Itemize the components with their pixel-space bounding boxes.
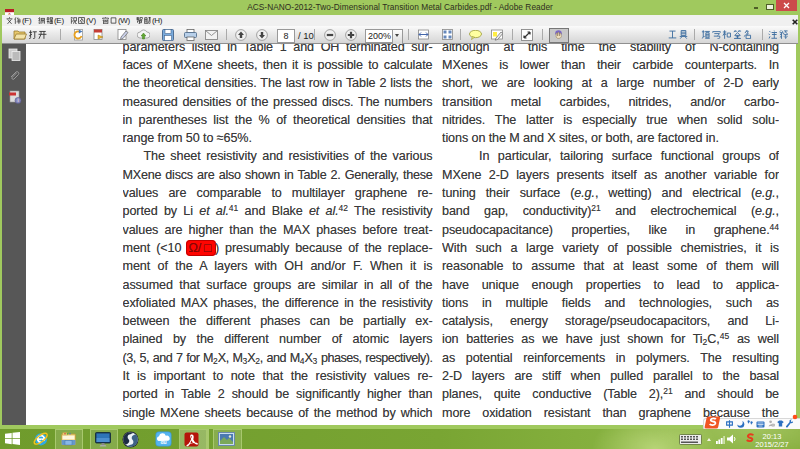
svg-text:i: i (17, 97, 18, 103)
svg-text:du: du (160, 439, 166, 445)
